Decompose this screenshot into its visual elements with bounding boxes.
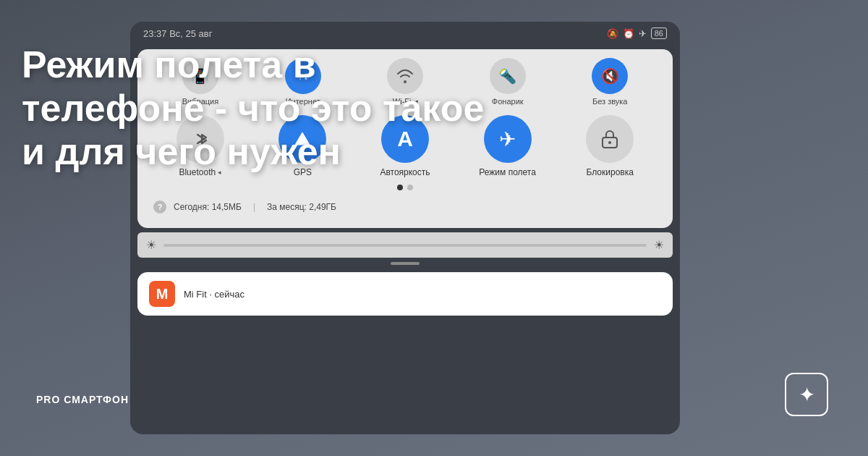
lock-circle [586, 115, 634, 163]
data-month: За месяц: 2,49ГБ [267, 202, 336, 212]
status-time: 23:37 Вс, 25 авг [143, 28, 213, 39]
icon-autobrightness[interactable]: A Автояркость [365, 115, 445, 177]
phone-screen: 23:37 Вс, 25 авг 🔕 ⏰ ✈ 86 📳 Вибрация ↑↓ … [130, 22, 680, 434]
icon-bluetooth[interactable]: Bluetooth ◂ [161, 115, 240, 177]
bluetooth-label: Bluetooth ◂ [179, 167, 221, 177]
divider: | [253, 202, 255, 212]
silent-circle: 🔇 [592, 58, 628, 94]
notif-text: Mi Fit · сейчас [184, 289, 244, 300]
data-today: Сегодня: 14,5МБ [174, 202, 242, 212]
top-icon-flashlight[interactable]: 🔦 Фонарик [490, 58, 526, 106]
airplane-icon-status: ✈ [639, 28, 647, 39]
bluetooth-arrow: ◂ [218, 169, 221, 176]
gps-label: GPS [294, 167, 312, 177]
dot-1 [397, 185, 403, 190]
handle-bar [391, 262, 420, 265]
vibration-circle: 📳 [182, 58, 218, 94]
vibration-label: Вибрация [182, 97, 218, 106]
notif-app-icon: M [149, 281, 175, 307]
silent-label: Без звука [592, 97, 628, 106]
icon-airplane[interactable]: ✈ Режим полета [468, 115, 548, 177]
top-icon-internet[interactable]: ↑↓ Интернет [285, 58, 321, 106]
lock-label: Блокировка [586, 167, 633, 177]
notification-card[interactable]: M Mi Fit · сейчас [137, 272, 673, 316]
icon-gps[interactable]: GPS [263, 115, 342, 177]
wifi-circle [387, 58, 423, 94]
flashlight-label: Фонарик [492, 97, 524, 106]
brightness-low-icon: ☀ [146, 238, 156, 252]
battery-indicator: 86 [651, 28, 667, 39]
site-label: PRO СМАРТФОН [36, 394, 129, 405]
top-icons-row: 📳 Вибрация ↑↓ Интернет Wi-Fi ◂ 🔦 [149, 58, 661, 106]
status-bar: 23:37 Вс, 25 авг 🔕 ⏰ ✈ 86 [130, 22, 680, 45]
airplane-label: Режим полета [479, 167, 536, 177]
airplane-circle: ✈ [484, 115, 532, 163]
top-icon-silent[interactable]: 🔇 Без звука [592, 58, 628, 106]
dot-2 [407, 185, 413, 190]
mute-icon: 🔕 [607, 28, 618, 39]
internet-circle: ↑↓ [285, 58, 321, 94]
star-icon: ✦ [799, 383, 815, 407]
alarm-icon: ⏰ [623, 28, 634, 39]
internet-label: Интернет [286, 97, 320, 106]
top-icon-wifi[interactable]: Wi-Fi ◂ [387, 58, 423, 106]
wifi-label: Wi-Fi ◂ [393, 97, 418, 106]
status-right-icons: 🔕 ⏰ ✈ 86 [607, 28, 667, 39]
icon-lock[interactable]: Блокировка [570, 115, 650, 177]
top-icon-vibration[interactable]: 📳 Вибрация [182, 58, 218, 106]
bluetooth-circle [176, 115, 224, 163]
main-icons-row: Bluetooth ◂ GPS A Автояркость ✈ Режим по… [149, 115, 661, 177]
brightness-high-icon: ☀ [654, 238, 664, 252]
svg-point-1 [608, 141, 611, 144]
gps-circle [278, 115, 326, 163]
pagination-dots [149, 185, 661, 190]
brightness-row: ☀ ☀ [137, 232, 673, 258]
data-info-icon: ? [153, 200, 166, 214]
brightness-bar[interactable] [163, 244, 647, 247]
data-usage-row: ? Сегодня: 14,5МБ | За месяц: 2,49ГБ [149, 198, 661, 216]
quick-settings-panel: 📳 Вибрация ↑↓ Интернет Wi-Fi ◂ 🔦 [137, 49, 673, 228]
flashlight-circle: 🔦 [490, 58, 526, 94]
autobrightness-circle: A [381, 115, 429, 163]
autobrightness-label: Автояркость [380, 167, 430, 177]
star-badge: ✦ [785, 373, 828, 416]
